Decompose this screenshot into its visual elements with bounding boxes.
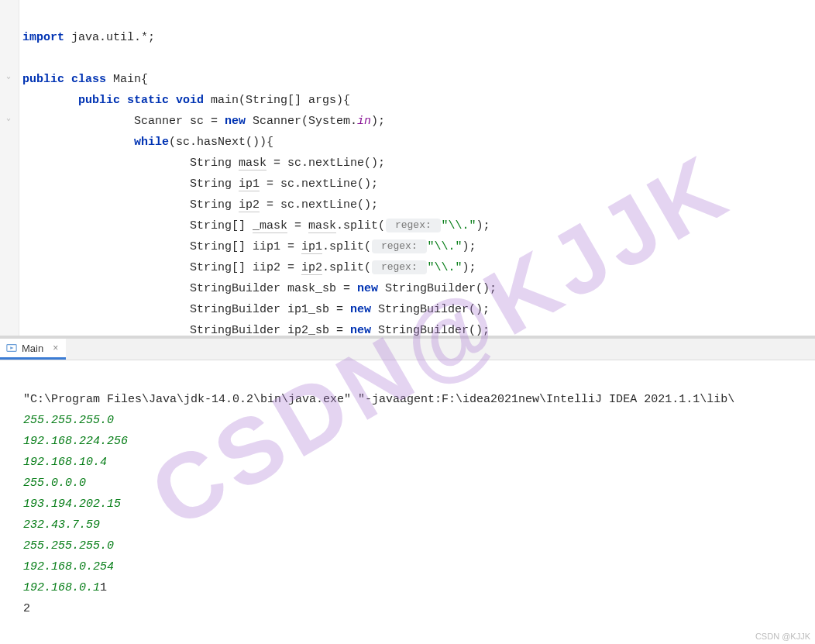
code-token: = sc.nextLine(); — [267, 157, 385, 170]
code-token: StringBuilder(); — [378, 282, 497, 295]
code-token: String[] — [22, 219, 253, 232]
tab-main-run[interactable]: Main × — [0, 339, 66, 360]
code-token: StringBuilder(); — [371, 303, 490, 316]
console-line: 193.194.202.15 — [23, 498, 121, 511]
code-token: String — [22, 157, 239, 170]
code-token: ); — [476, 219, 490, 232]
code-token: String[] iip2 = — [22, 261, 301, 274]
code-token: main(String[] args){ — [204, 94, 350, 107]
code-token: "\\." — [428, 261, 463, 274]
code-token: mask — [308, 219, 336, 233]
code-token: ip1 — [301, 240, 322, 254]
code-token: java.util.*; — [64, 31, 155, 44]
editor-gutter: ⌄ ⌄ — [0, 0, 19, 336]
code-token: "\\." — [442, 219, 476, 232]
code-token: mask — [239, 157, 267, 170]
code-token: String — [22, 198, 239, 212]
code-token: .split( — [322, 261, 371, 274]
console-line: 192.168.0.11 — [23, 581, 107, 594]
svg-marker-1 — [10, 346, 13, 350]
code-token: ip1 — [239, 177, 260, 191]
code-token: String[] iip1 = — [22, 240, 301, 253]
param-hint: regex: — [372, 260, 426, 274]
code-token — [22, 94, 78, 107]
code-area[interactable]: import java.util.*; public class Main{ p… — [19, 0, 815, 336]
code-token — [22, 136, 134, 149]
override-marker-icon: ⌄ — [3, 71, 14, 82]
code-token: new — [350, 324, 371, 336]
code-token: public — [78, 94, 120, 107]
code-token: void — [176, 94, 204, 107]
tab-label: Main — [22, 343, 43, 354]
code-token: Scanner sc = — [22, 115, 225, 128]
code-token: static — [127, 94, 169, 107]
code-token: ip2 — [301, 261, 322, 275]
code-token: ip2 — [239, 198, 260, 212]
code-token: StringBuilder ip1_sb = — [22, 303, 350, 316]
console-line: 192.168.10.4 — [23, 456, 107, 469]
console-line: 255.0.0.0 — [23, 477, 86, 490]
console-line: 192.168.0.254 — [23, 560, 114, 573]
code-token: String — [22, 177, 239, 191]
close-icon[interactable]: × — [53, 343, 58, 353]
code-token: in — [357, 115, 371, 128]
console-line: 255.255.255.0 — [23, 539, 114, 553]
code-token: while — [134, 136, 169, 149]
code-token: StringBuilder ip2_sb = — [22, 324, 350, 336]
code-token: StringBuilder mask_sb = — [22, 282, 357, 295]
code-token: new — [225, 115, 246, 128]
code-token: .split( — [336, 219, 385, 232]
console-line: 192.168.224.256 — [23, 435, 128, 448]
code-token: ); — [371, 115, 385, 128]
code-editor-pane[interactable]: ⌄ ⌄ import java.util.*; public class Mai… — [0, 0, 815, 336]
param-hint: regex: — [386, 219, 440, 232]
code-token: Main{ — [106, 73, 148, 86]
override-marker-icon: ⌄ — [3, 113, 14, 124]
console-line: 232.43.7.59 — [23, 518, 100, 532]
console-line: 2 — [23, 602, 30, 615]
param-hint: regex: — [372, 239, 426, 253]
code-token: = sc.nextLine(); — [260, 198, 378, 212]
attribution-text: CSDN @KJJK — [755, 632, 810, 641]
code-token: (sc.hasNext()){ — [169, 136, 273, 149]
code-token: Scanner(System. — [246, 115, 357, 128]
run-console-tabbar: Main × — [0, 339, 815, 360]
run-config-icon — [6, 343, 17, 353]
code-token: StringBuilder(); — [371, 324, 490, 336]
console-line: 255.255.255.0 — [23, 414, 114, 427]
code-token: = sc.nextLine(); — [260, 177, 378, 191]
code-token: = — [287, 219, 308, 232]
code-token: _mask — [253, 219, 287, 233]
console-command-line: "C:\Program Files\Java\jdk-14.0.2\bin\ja… — [23, 393, 734, 406]
code-token: public — [22, 73, 64, 86]
run-console-output[interactable]: "C:\Program Files\Java\jdk-14.0.2\bin\ja… — [0, 360, 815, 644]
code-token: import — [22, 31, 64, 44]
code-token: new — [350, 303, 371, 316]
code-token: ); — [463, 261, 476, 274]
code-token: class — [71, 73, 106, 86]
code-token: ); — [463, 240, 476, 253]
code-token: new — [357, 282, 378, 295]
code-token: .split( — [322, 240, 371, 253]
code-token: "\\." — [428, 240, 463, 253]
